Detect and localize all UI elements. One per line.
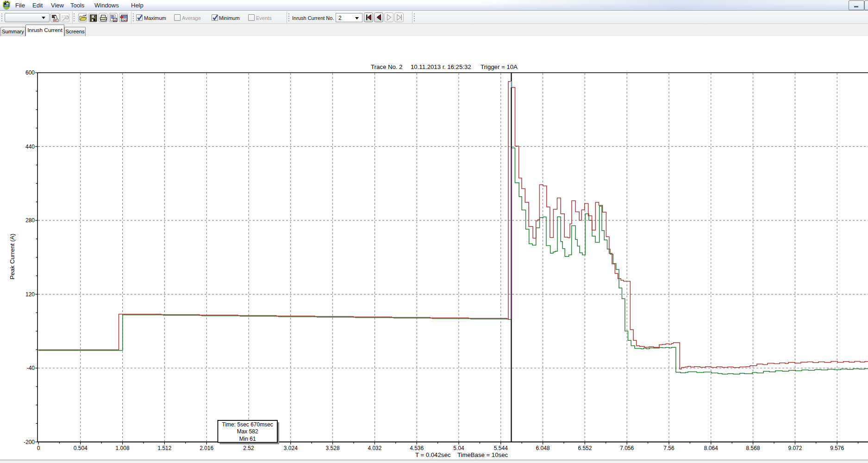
svg-text:TXT: TXT xyxy=(122,19,127,22)
